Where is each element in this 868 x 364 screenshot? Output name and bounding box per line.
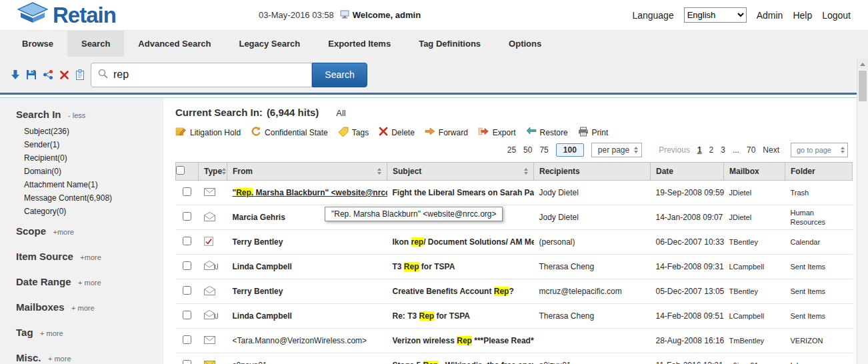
scroll-up-button[interactable] (857, 59, 868, 69)
search-input[interactable] (113, 69, 305, 81)
from-text: <Tara.Manno@VerizonWireless.com> (233, 336, 367, 345)
table-row[interactable]: Linda CampbellT3 Rep for TSPATherasa Che… (176, 255, 853, 279)
results-panel: Current Search In: (6,944 hits) All Liti… (163, 98, 868, 364)
next-page-button[interactable]: Next (763, 145, 779, 155)
language-select[interactable]: English (684, 7, 747, 23)
goto-page-input[interactable]: go to page (791, 143, 848, 157)
page-70-button[interactable]: 70 (747, 145, 755, 155)
tab-browse[interactable]: Browse (8, 31, 67, 57)
filter-subject[interactable]: Subject(236) (24, 127, 163, 136)
recipients-text: mcruz@telepacific.com (534, 279, 651, 304)
table-row[interactable]: Linda CampbellRe: T3 Rep for TSPATherasa… (176, 304, 853, 329)
item-source-toggle[interactable]: +more (80, 253, 101, 261)
per-page-100-selected[interactable]: 100 (556, 143, 584, 157)
scrollbar-thumb[interactable] (859, 71, 867, 101)
per-page-dropdown[interactable]: per page (591, 143, 642, 157)
select-all-checkbox[interactable] (176, 166, 185, 175)
search-toolbar: Search (0, 57, 868, 95)
filter-message-content[interactable]: Message Content(6,908) (24, 193, 163, 203)
tab-exported-items[interactable]: Exported Items (314, 31, 405, 57)
forward-button[interactable]: Forward (425, 127, 468, 138)
clear-search-icon[interactable] (59, 70, 69, 80)
tab-search[interactable]: Search (67, 31, 124, 57)
delete-button[interactable]: Delete (379, 127, 415, 138)
column-header-from[interactable]: From (227, 163, 387, 181)
per-page-25[interactable]: 25 (507, 145, 516, 155)
envelope-open-attachment-icon (204, 310, 218, 320)
page-3-button[interactable]: 3 (721, 145, 725, 155)
table-row[interactable]: "Rep. Marsha Blackburn" <website@nrcc.or… (176, 181, 853, 205)
table-row[interactable]: Terry BentleyIkon rep/ Document Solution… (176, 230, 853, 255)
date-text: 14-Feb-2008 09:31 (651, 255, 724, 279)
litigation-hold-button[interactable]: Litigation Hold (175, 127, 241, 139)
date-range-toggle[interactable]: + more (78, 279, 101, 287)
folder-text: Sent Items (785, 304, 853, 329)
search-in-toggle[interactable]: - less (68, 111, 85, 119)
tab-options[interactable]: Options (495, 31, 555, 57)
filter-category[interactable]: Category(0) (24, 207, 163, 216)
download-search-icon[interactable] (11, 69, 20, 80)
tab-legacy-search[interactable]: Legacy Search (225, 31, 314, 57)
tag-toggle[interactable]: + more (40, 329, 63, 337)
filter-recipient[interactable]: Recipient(0) (24, 153, 163, 163)
table-row[interactable]: Terry BentleyCreative Benefits Account R… (176, 279, 853, 304)
row-checkbox[interactable] (183, 286, 191, 295)
filter-sender[interactable]: Sender(1) (24, 140, 163, 149)
spinner-icon (634, 147, 638, 153)
column-header-subject[interactable]: Subject (387, 163, 534, 181)
per-page-50[interactable]: 50 (523, 145, 532, 155)
restore-button[interactable]: Restore (526, 127, 568, 138)
row-checkbox[interactable] (183, 261, 191, 270)
search-button[interactable]: Search (312, 63, 367, 87)
mailbox-text: TBentley (724, 230, 785, 255)
previous-page-button[interactable]: Previous (659, 145, 690, 155)
page-1-button[interactable]: 1 (697, 145, 702, 155)
table-row[interactable]: Marcia GehrisJody Dietel14-Jan-2008 09:0… (176, 205, 853, 230)
from-text: c0neve01 (233, 361, 267, 364)
clipboard-icon[interactable] (75, 69, 85, 80)
row-checkbox[interactable] (183, 237, 191, 245)
sort-arrows-icon[interactable] (222, 168, 226, 175)
print-button[interactable]: Print (578, 127, 609, 139)
confidential-state-button[interactable]: Confidential State (251, 126, 328, 139)
folder-text: Calendar (785, 230, 853, 255)
from-text: Linda Campbell (233, 262, 292, 271)
sort-arrows-icon[interactable] (524, 168, 528, 175)
filter-all-link[interactable]: All (336, 108, 345, 118)
table-row[interactable]: <Tara.Manno@VerizonWireless.com>Verizon … (176, 329, 853, 353)
scope-toggle[interactable]: +more (53, 228, 74, 236)
logout-link[interactable]: Logout (822, 10, 851, 21)
mailbox-text: a0izvu01 (724, 353, 785, 364)
per-page-75[interactable]: 75 (539, 145, 548, 155)
help-link[interactable]: Help (793, 10, 812, 21)
print-icon (578, 127, 589, 139)
page-2-button[interactable]: 2 (709, 145, 714, 155)
mailboxes-toggle[interactable]: + more (71, 304, 95, 312)
table-row[interactable]: c0neve01Stage 5 Rep - Wikipedia, the fre… (176, 353, 853, 364)
column-header-type[interactable]: Type (199, 163, 227, 181)
search-field[interactable] (91, 63, 312, 87)
column-header-date: Date (651, 163, 724, 181)
tab-tag-definitions[interactable]: Tag Definitions (405, 31, 495, 57)
admin-link[interactable]: Admin (757, 10, 783, 21)
filter-domain[interactable]: Domain(0) (24, 167, 163, 176)
export-button[interactable]: Export (478, 127, 516, 138)
row-checkbox[interactable] (183, 187, 191, 196)
sort-arrows-icon[interactable] (377, 168, 381, 175)
tab-advanced-search[interactable]: Advanced Search (124, 31, 225, 57)
retain-logo[interactable]: Retain (17, 2, 116, 29)
vertical-scrollbar[interactable] (857, 59, 868, 364)
tags-button[interactable]: Tags (338, 127, 369, 139)
row-checkbox[interactable] (183, 335, 191, 344)
save-search-icon[interactable] (26, 69, 37, 80)
page-ellipsis: ... (733, 145, 739, 155)
filter-attachment-name[interactable]: Attachment Name(1) (24, 180, 163, 189)
row-checkbox[interactable] (183, 212, 191, 221)
from-text[interactable]: "Rep. Marsha Blackburn" <website@nrcc.or (233, 188, 387, 197)
delete-icon (379, 127, 388, 138)
search-magnifier-icon (98, 69, 108, 81)
row-checkbox[interactable] (183, 360, 191, 364)
row-checkbox[interactable] (183, 311, 191, 319)
misc-toggle[interactable]: + more (48, 355, 71, 363)
share-search-icon[interactable] (43, 69, 53, 80)
